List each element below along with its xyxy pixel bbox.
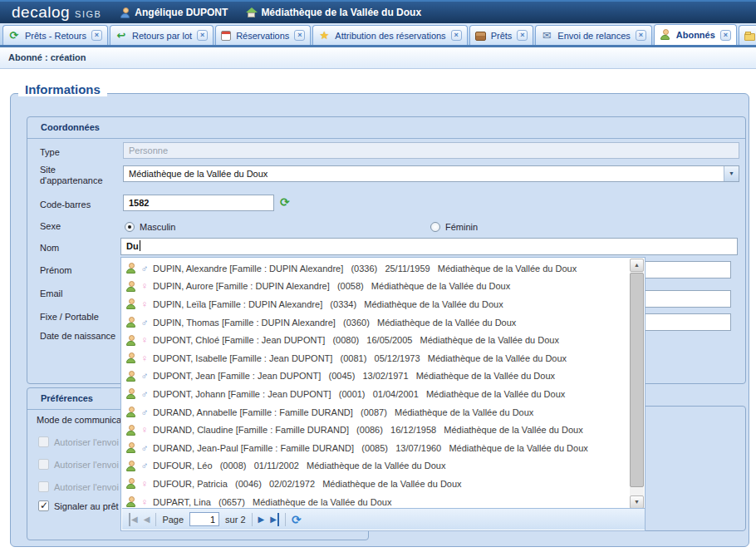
site-label-line1: Site [40,165,56,175]
tab-close-icon[interactable] [294,30,305,41]
email-label: Email [40,288,63,298]
checkbox-icon[interactable] [38,500,49,511]
female-icon: ♀ [140,298,150,310]
subscriber-row[interactable]: ♂ ♀ DUPONT, Chloé [Famille : Jean DUPONT… [122,331,629,349]
checkbox-label: Autoriser l'envoi [54,460,119,470]
subscriber-row-text: DUPONT, Chloé [Famille : Jean DUPONT] (0… [153,335,559,345]
tab-reservations[interactable]: Réservations [215,25,311,45]
tab-regroupem[interactable]: Regroupem [739,25,756,45]
radio-feminin[interactable] [430,222,440,232]
subscriber-row[interactable]: ♂ ♀ DUPONT, Isabelle [Famille : Jean DUP… [122,349,629,367]
female-icon: ♀ [140,352,150,364]
tab-retours-par-lot[interactable]: Retours par lot [110,25,214,45]
refresh-icon[interactable]: ⟳ [292,513,302,526]
tab-close-icon[interactable] [517,30,528,41]
female-icon: ♀ [140,280,150,292]
tab-close-icon[interactable] [451,30,462,41]
subscriber-row[interactable]: ♂ ♀ DUPIN, Aurore [Famille : DUPIN Alexa… [122,278,629,296]
nom-input[interactable]: Du [120,238,738,255]
undo-icon [115,30,127,42]
female-icon: ♀ [140,478,150,490]
subscriber-row[interactable]: ♂ ♀ DUPONT, Jean [Famille : Jean DUPONT]… [122,367,629,386]
subscriber-row-text: DURAND, Claudine [Famille : Famille DURA… [153,425,583,435]
subscriber-row[interactable]: ♂ ♀ DURAND, Claudine [Famille : Famille … [122,421,629,439]
subscriber-icon [125,388,136,399]
feminin-label: Féminin [445,222,478,232]
tab-prets-retours[interactable]: Prêts - Retours [2,25,108,45]
dropdown-scrollbar[interactable]: ▲ ▼ [630,259,644,509]
subscriber-icon [125,352,136,363]
subscriber-row[interactable]: ♂ ♀ DURAND, Jean-Paul [Famille : Famille… [122,439,629,457]
chevron-down-icon[interactable]: ▼ [724,166,739,181]
subscriber-row[interactable]: ♂ ♀ DUPONT, Johann [Famille : Jean DUPON… [122,385,629,403]
prenom-label: Prénom [40,265,72,275]
tab-close-icon[interactable] [197,30,208,41]
page-number-input[interactable] [189,512,219,526]
checkbox-icon[interactable] [38,481,49,492]
tab-abonnes[interactable]: Abonnés [654,24,737,45]
tab-envoi-de-relances[interactable]: Envoi de relances [535,25,651,45]
pager-divider [252,513,253,526]
current-user[interactable]: Angélique DUPONT [120,7,228,18]
regenerate-barcode-icon[interactable]: ⟳ [280,195,290,209]
phone-label: Fixe / Portable [40,312,99,322]
subscriber-row[interactable]: ♂ ♀ DURAND, Annabelle [Famille : Famille… [122,403,629,421]
tab-close-icon[interactable] [720,30,731,41]
radio-masculin[interactable] [125,222,135,232]
tab-label: Prêts [490,31,513,41]
subscriber-icon [125,478,136,489]
pager-divider [155,513,156,526]
male-icon: ♂ [140,460,150,471]
barcode-input[interactable]: 1582 [123,195,274,211]
subscriber-icon [125,461,136,471]
subscriber-row[interactable]: ♂ ♀ DUPIN, Alexandre [Famille : DUPIN Al… [122,259,629,278]
tab-bar: Prêts - Retours Retours par lot Réservat… [0,23,756,45]
subscriber-icon [125,335,136,346]
masculin-label: Masculin [140,222,175,232]
subscriber-row[interactable]: ♂ ♀ DUPIN, Leïla [Famille : DUPIN Alexan… [122,295,629,313]
sigb-logo-suffix: SIGB [75,9,101,19]
first-page-icon[interactable]: ◀ [129,513,138,526]
female-icon: ♀ [140,424,150,436]
tab-attribution-des-reservations[interactable]: Attribution des réservations [312,25,467,45]
tab-prets[interactable]: Prêts [469,25,534,45]
checkbox-label: Autoriser l'envoi [54,482,119,492]
scrollbar-thumb[interactable] [630,273,644,487]
calendar-icon [221,31,231,41]
female-icon: ♀ [140,496,150,508]
scroll-up-icon[interactable]: ▲ [630,259,644,272]
next-page-icon[interactable]: ▶ [258,513,265,526]
current-site[interactable]: Médiathèque de la Vallée du Doux [246,7,421,18]
current-user-name: Angélique DUPONT [135,7,228,18]
subscriber-row-text: DUPONT, Isabelle [Famille : Jean DUPONT]… [153,353,567,363]
subscriber-row[interactable]: ♂ ♀ DUPART, Lina (0657) Médiathèque de l… [122,493,629,509]
nom-label: Nom [40,243,59,253]
subscriber-icon [125,281,136,292]
subscriber-icon [125,496,136,507]
checkbox-icon[interactable] [38,436,49,447]
last-page-icon[interactable]: ▶ [270,513,279,526]
app-header: decalog SIGB Angélique DUPONT Médiathèqu… [0,0,756,23]
scroll-down-icon[interactable]: ▼ [630,495,644,509]
subscriber-row-text: DUPIN, Alexandre [Famille : DUPIN Alexan… [153,264,577,274]
male-icon: ♂ [140,407,150,418]
decalog-sigb-window: decalog SIGB Angélique DUPONT Médiathèqu… [0,0,756,557]
decalog-logo: decalog [12,2,70,23]
star-icon [318,30,330,42]
subscriber-row-text: DUPART, Lina (0657) Médiathèque de la Va… [153,497,391,507]
subscriber-row[interactable]: ♂ ♀ DUFOUR, Patricia (0046) 02/02/1972 M… [122,475,629,493]
tab-close-icon[interactable] [91,30,102,41]
tab-label: Réservations [235,31,290,41]
page-total-label: sur 2 [225,515,245,525]
site-select[interactable]: Médiathèque de la Vallée du Doux ▼ [123,165,739,182]
breadcrumb: Abonné : création [0,47,756,69]
subscriber-row[interactable]: ♂ ♀ DUFOUR, Léo (0008) 01/11/2002 Médiat… [122,457,629,476]
male-icon: ♂ [140,442,150,454]
subscriber-row[interactable]: ♂ ♀ DUPIN, Thomas [Famille : DUPIN Alexa… [122,313,629,332]
subscriber-row-text: DUFOUR, Léo (0008) 01/11/2002 Médiathèqu… [153,461,445,471]
female-icon: ♀ [140,334,150,346]
nom-input-value: Du [126,241,139,251]
checkbox-icon[interactable] [38,459,49,470]
tab-close-icon[interactable] [636,30,646,41]
prev-page-icon[interactable]: ◀ [144,513,150,526]
